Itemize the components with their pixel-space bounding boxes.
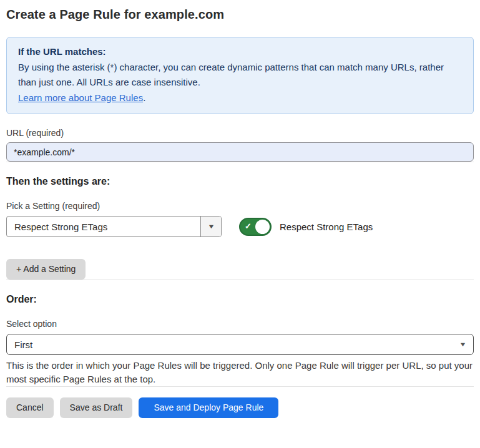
action-bar: Cancel Save as Draft Save and Deploy Pag… <box>6 397 474 418</box>
setting-row: Respect Strong ETags ▼ ✓ Respect Strong … <box>6 216 474 237</box>
select-option-label: Select option <box>6 319 474 329</box>
chevron-down-icon: ▼ <box>207 224 215 230</box>
order-select-arrow: ▼ <box>452 334 473 354</box>
page-title: Create a Page Rule for example.com <box>6 6 474 22</box>
link-period: . <box>143 92 145 103</box>
check-icon: ✓ <box>245 222 252 230</box>
toggle-knob <box>255 220 270 234</box>
setting-select-value: Respect Strong ETags <box>7 222 200 232</box>
etags-toggle[interactable]: ✓ <box>239 218 272 236</box>
learn-more-link[interactable]: Learn more about Page Rules <box>18 92 143 103</box>
info-box-title: If the URL matches: <box>18 44 462 60</box>
info-box-body: By using the asterisk (*) character, you… <box>18 60 462 90</box>
cancel-button[interactable]: Cancel <box>6 397 54 418</box>
save-deploy-button[interactable]: Save and Deploy Page Rule <box>139 397 278 418</box>
order-select-value: First <box>7 339 452 350</box>
url-label: URL (required) <box>6 128 474 138</box>
url-match-info-box: If the URL matches: By using the asteris… <box>6 37 474 114</box>
settings-heading: Then the settings are: <box>6 175 474 187</box>
divider <box>6 280 474 280</box>
divider <box>6 386 474 387</box>
save-draft-button[interactable]: Save as Draft <box>60 397 133 418</box>
url-input[interactable] <box>6 142 474 162</box>
pick-setting-label: Pick a Setting (required) <box>6 201 474 211</box>
info-box-link-line: Learn more about Page Rules. <box>18 90 462 106</box>
order-select[interactable]: First ▼ <box>6 334 474 355</box>
order-help-text: This is the order in which your Page Rul… <box>6 359 474 386</box>
order-heading: Order: <box>6 293 474 305</box>
divider <box>6 162 474 162</box>
add-setting-button[interactable]: + Add a Setting <box>6 259 86 280</box>
chevron-down-icon: ▼ <box>459 342 466 348</box>
setting-select[interactable]: Respect Strong ETags ▼ <box>6 216 222 237</box>
etags-toggle-label: Respect Strong ETags <box>280 222 373 232</box>
setting-select-arrow-button[interactable]: ▼ <box>200 217 221 236</box>
